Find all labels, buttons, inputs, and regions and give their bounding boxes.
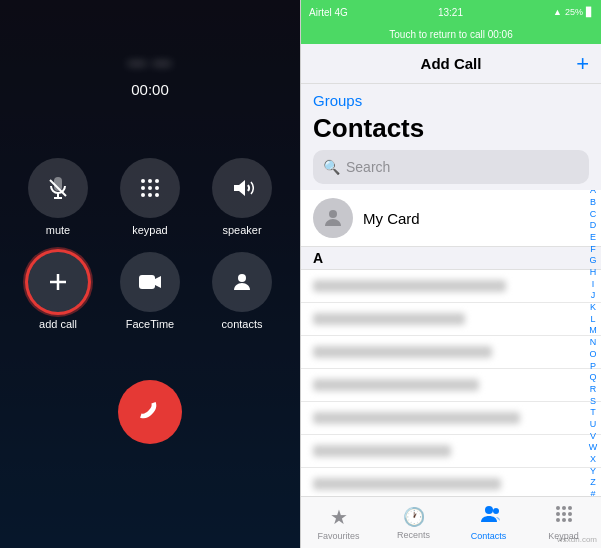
contacts-list[interactable]: My Card A A B C D E F G H I J K L M N O [301,190,601,496]
watermark: wsxdn.com [557,535,597,544]
my-card-row[interactable]: My Card [301,190,601,247]
right-phone-screen: Airtel 4G 13:21 ▲ 25% ▊ Touch to return … [300,0,601,548]
svg-point-10 [148,193,152,197]
alpha-n[interactable]: N [587,337,599,349]
person-icon [321,206,345,230]
add-call-header: Add Call + [301,44,601,84]
my-card-label: My Card [363,210,420,227]
svg-point-4 [148,179,152,183]
speaker-button[interactable]: speaker [202,158,282,236]
alpha-c[interactable]: C [587,209,599,221]
alpha-i[interactable]: I [587,279,599,291]
tab-recents[interactable]: 🕐 Recents [376,506,451,540]
alpha-h[interactable]: H [587,267,599,279]
plus-icon [47,271,69,293]
alpha-j[interactable]: J [587,290,599,302]
contact-row-1[interactable] [301,270,601,303]
tab-contacts[interactable]: Contacts [451,504,526,541]
status-time: 13:21 [438,7,463,18]
facetime-btn-circle[interactable] [120,252,180,312]
contact-name-blur [313,478,501,490]
wifi-icon: ▲ [553,7,562,17]
status-bar: Airtel 4G 13:21 ▲ 25% ▊ [301,0,601,24]
alpha-w[interactable]: W [587,442,599,454]
contact-name-blur [313,313,465,325]
battery-icon: ▊ [586,7,593,17]
alpha-s[interactable]: S [587,396,599,408]
end-call-icon [136,398,164,426]
add-call-button[interactable]: add call [18,252,98,330]
call-buttons-grid: mute keypad [18,158,282,330]
end-call-button[interactable] [118,380,182,444]
facetime-button[interactable]: FaceTime [110,252,190,330]
contact-row-7[interactable] [301,468,601,496]
mute-icon [46,176,70,200]
contact-name-blur [313,412,520,424]
contact-name-blur [313,379,479,391]
svg-point-5 [155,179,159,183]
battery-text: 25% [565,7,583,17]
alpha-v[interactable]: V [587,431,599,443]
contacts-tab-icon [478,504,500,529]
contact-row-3[interactable] [301,336,601,369]
alpha-o[interactable]: O [587,349,599,361]
keypad-label: keypad [132,224,167,236]
keypad-button[interactable]: keypad [110,158,190,236]
svg-point-11 [155,193,159,197]
speaker-label: speaker [222,224,261,236]
alpha-r[interactable]: R [587,384,599,396]
alpha-q[interactable]: Q [587,372,599,384]
alpha-a[interactable]: A [587,190,599,197]
alpha-d[interactable]: D [587,220,599,232]
contact-row-2[interactable] [301,303,601,336]
alpha-hash[interactable]: # [587,489,599,496]
contacts-person-icon [478,504,500,524]
contact-row-5[interactable] [301,402,601,435]
contacts-button[interactable]: contacts [202,252,282,330]
speaker-btn-circle[interactable] [212,158,272,218]
alpha-f[interactable]: F [587,244,599,256]
search-bar[interactable]: 🔍 Search [313,150,589,184]
svg-point-19 [485,506,493,514]
alpha-t[interactable]: T [587,407,599,419]
alpha-p[interactable]: P [587,361,599,373]
alpha-b[interactable]: B [587,197,599,209]
keypad-tab-icon [554,504,574,529]
keypad-btn-circle[interactable] [120,158,180,218]
groups-link[interactable]: Groups [313,92,362,109]
mute-btn-circle[interactable] [28,158,88,218]
contacts-tab-label: Contacts [471,531,507,541]
contacts-label: contacts [222,318,263,330]
tab-favourites[interactable]: ★ Favourites [301,505,376,541]
add-call-btn-circle[interactable] [28,252,88,312]
add-call-plus-icon[interactable]: + [576,53,589,75]
alpha-g[interactable]: G [587,255,599,267]
alphabet-index[interactable]: A B C D E F G H I J K L M N O P Q R S T … [587,190,599,496]
alpha-x[interactable]: X [587,454,599,466]
contacts-header-area: Groups Contacts 🔍 Search [301,84,601,190]
svg-point-26 [568,512,572,516]
contacts-btn-circle[interactable] [212,252,272,312]
svg-point-22 [562,506,566,510]
alpha-m[interactable]: M [587,325,599,337]
mute-button[interactable]: mute [18,158,98,236]
svg-point-27 [556,518,560,522]
alpha-y[interactable]: Y [587,466,599,478]
avatar [313,198,353,238]
alpha-u[interactable]: U [587,419,599,431]
alpha-e[interactable]: E [587,232,599,244]
recents-icon: 🕐 [403,506,425,528]
alpha-k[interactable]: K [587,302,599,314]
status-carrier: Airtel 4G [309,7,348,18]
svg-point-6 [141,186,145,190]
search-placeholder: Search [346,159,390,175]
alpha-l[interactable]: L [587,314,599,326]
svg-point-29 [568,518,572,522]
contact-name-blur [313,346,492,358]
alpha-z[interactable]: Z [587,477,599,489]
contact-row-6[interactable] [301,435,601,468]
contact-row-4[interactable] [301,369,601,402]
svg-point-9 [141,193,145,197]
return-call-banner[interactable]: Touch to return to call 00:06 [301,24,601,44]
section-header-a: A [301,247,601,270]
